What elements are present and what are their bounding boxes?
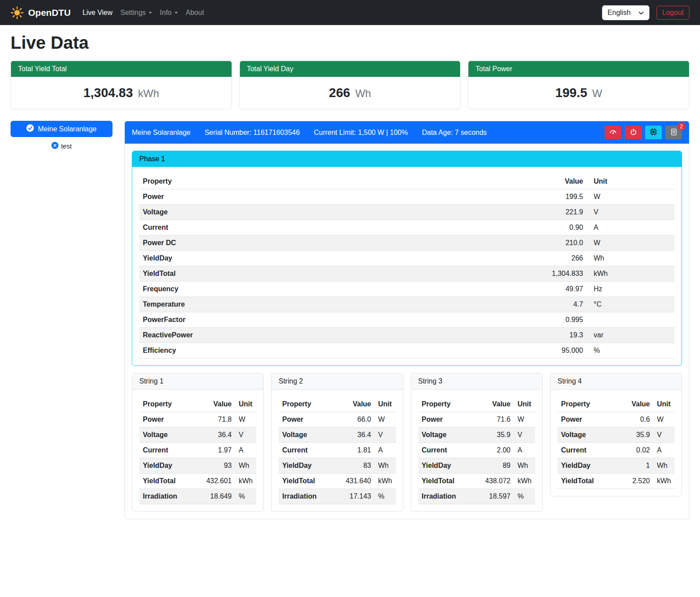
- table-row: Irradiation 18.649 %: [139, 489, 256, 504]
- unit-cell: °C: [587, 297, 675, 312]
- power-button[interactable]: [625, 126, 642, 139]
- phase-card-body: Property Value Unit Power: [132, 167, 682, 365]
- table-row: ReactivePower 19.3 var: [139, 328, 675, 343]
- string-title: String 2: [272, 373, 403, 390]
- unit-cell: kWh: [375, 474, 396, 489]
- value-cell: 66.0: [341, 412, 375, 427]
- table-row: Power 199.5 W: [139, 189, 675, 205]
- property-cell: YieldDay: [139, 251, 530, 266]
- value-cell: 49.97: [530, 282, 587, 297]
- nav-item-settings[interactable]: Settings: [116, 5, 156, 20]
- table-row: Current 2.00 A: [418, 443, 535, 458]
- tag-test[interactable]: test: [51, 142, 72, 150]
- table-row: Current 1.97 A: [139, 443, 256, 458]
- column-unit: Unit: [653, 397, 675, 412]
- table-row: Irradiation 17.143 %: [279, 489, 395, 504]
- limit-settings-button[interactable]: [605, 126, 621, 139]
- unit-cell: Wh: [375, 458, 396, 474]
- unit-cell: W: [375, 412, 396, 427]
- summary-card-title: Total Yield Day: [240, 61, 461, 77]
- nav-right: English Logout: [602, 5, 689, 20]
- top-navbar: OpenDTU Live View Settings Info About En…: [0, 0, 700, 25]
- column-value: Value: [530, 174, 587, 189]
- phase-title: Phase 1: [132, 151, 682, 167]
- column-unit: Unit: [514, 397, 535, 412]
- brand-text: OpenDTU: [28, 7, 71, 18]
- inverter-card-header: Meine Solaranlage Serial Number: 1161716…: [125, 121, 689, 144]
- table-row: Current 0.90 A: [139, 220, 675, 235]
- string-title: String 1: [132, 373, 263, 390]
- value-cell: 35.9: [620, 427, 653, 443]
- summary-card: Total Yield Day 266 Wh: [239, 61, 461, 109]
- nav-item-about[interactable]: About: [182, 5, 208, 20]
- property-cell: Current: [418, 443, 481, 458]
- table-header-row: Property Value Unit: [139, 397, 256, 412]
- unit-cell: W: [587, 189, 675, 205]
- unit-cell: kWh: [587, 266, 675, 282]
- table-row: Voltage 35.9 V: [418, 427, 535, 443]
- unit-cell: Wh: [235, 458, 256, 474]
- table-row: Power DC 210.0 W: [139, 235, 675, 251]
- unit-cell: W: [235, 412, 256, 427]
- brand-link[interactable]: OpenDTU: [11, 6, 71, 19]
- table-row: Voltage 35.9 V: [558, 427, 675, 443]
- property-cell: Voltage: [139, 205, 530, 220]
- event-log-button[interactable]: 2: [665, 126, 682, 139]
- property-cell: Power: [139, 189, 530, 205]
- unit-cell: W: [514, 412, 535, 427]
- table-row: YieldTotal 438.072 kWh: [418, 474, 535, 489]
- table-row: Voltage 36.4 V: [139, 427, 256, 443]
- phase-card: Phase 1 Property Value Unit: [132, 151, 682, 366]
- chevron-down-icon: [638, 9, 644, 17]
- property-cell: YieldTotal: [139, 474, 202, 489]
- summary-unit: kWh: [138, 87, 159, 99]
- inverter-select-button[interactable]: Meine Solaranlage: [11, 121, 112, 137]
- value-cell: 438.072: [481, 474, 514, 489]
- x-circle-icon[interactable]: [51, 142, 58, 150]
- column-property: Property: [139, 397, 202, 412]
- unit-cell: Hz: [587, 282, 675, 297]
- property-cell: YieldTotal: [139, 266, 530, 282]
- summary-unit: W: [592, 87, 602, 99]
- property-cell: Power: [558, 412, 620, 427]
- string-table: Property Value Unit Power: [418, 397, 535, 504]
- summary-value: 266: [329, 86, 350, 100]
- language-select[interactable]: English: [602, 5, 649, 20]
- value-cell: 0.995: [530, 312, 587, 328]
- value-cell: 431.640: [341, 474, 375, 489]
- unit-cell: W: [653, 412, 675, 427]
- table-row: Frequency 49.97 Hz: [139, 282, 675, 297]
- nav-item-live-view[interactable]: Live View: [79, 5, 116, 20]
- column-value: Value: [620, 397, 653, 412]
- summary-card: Total Power 199.5 W: [468, 61, 689, 109]
- page-container: Live Data Total Yield Total 1,304.83 kWh…: [0, 33, 700, 530]
- value-cell: 210.0: [530, 235, 587, 251]
- unit-cell: V: [653, 427, 675, 443]
- summary-card-body: 199.5 W: [468, 77, 689, 109]
- value-cell: 89: [481, 458, 514, 474]
- value-cell: 35.9: [481, 427, 514, 443]
- logout-button[interactable]: Logout: [656, 6, 689, 20]
- unit-cell: A: [587, 220, 675, 235]
- string-title: String 3: [411, 373, 542, 390]
- property-cell: Voltage: [418, 427, 481, 443]
- column-value: Value: [202, 397, 235, 412]
- column-property: Property: [418, 397, 481, 412]
- value-cell: 2.520: [620, 474, 653, 489]
- unit-cell: V: [235, 427, 256, 443]
- unit-cell: %: [235, 489, 256, 504]
- nav-item-info[interactable]: Info: [156, 5, 182, 20]
- table-row: Power 71.6 W: [418, 412, 535, 427]
- table-header-row: Property Value Unit: [279, 397, 395, 412]
- value-cell: 1.81: [341, 443, 375, 458]
- value-cell: 19.3: [530, 328, 587, 343]
- tag-label: test: [61, 142, 72, 150]
- property-cell: Power: [418, 412, 481, 427]
- unit-cell: W: [587, 235, 675, 251]
- summary-card-body: 1,304.83 kWh: [11, 77, 232, 109]
- table-row: Temperature 4.7 °C: [139, 297, 675, 312]
- device-info-button[interactable]: [645, 126, 662, 139]
- value-cell: 93: [202, 458, 235, 474]
- value-cell: 1: [620, 458, 653, 474]
- table-row: YieldDay 1 Wh: [558, 458, 675, 474]
